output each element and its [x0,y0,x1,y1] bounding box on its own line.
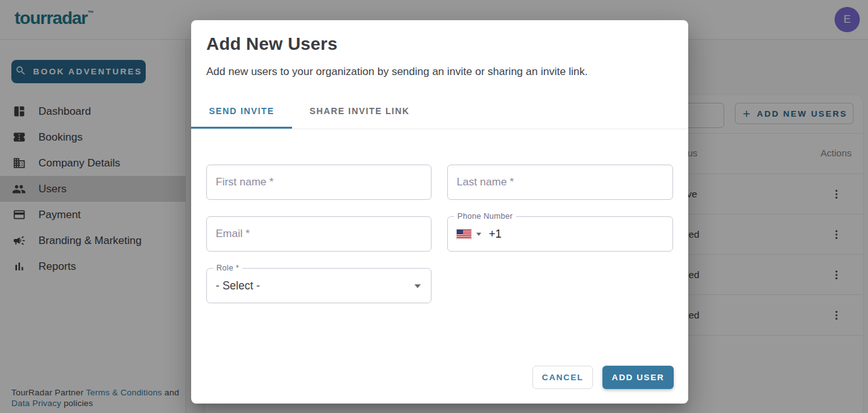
first-name-field[interactable] [206,165,431,200]
dropdown-arrow-icon [414,284,421,288]
modal-subtitle: Add new users to your organization by se… [206,66,588,78]
cancel-button[interactable]: CANCEL [532,366,593,389]
phone-number-field[interactable]: Phone Number [447,216,673,252]
email-field[interactable] [206,216,431,252]
modal-title: Add New Users [206,34,337,54]
chevron-down-icon[interactable] [476,233,481,236]
role-select[interactable]: Role * - Select - [206,268,431,303]
phone-input[interactable] [489,228,615,241]
phone-number-label: Phone Number [454,212,516,221]
tab-send-invite[interactable]: SEND INVITE [191,93,292,129]
last-name-field[interactable] [447,165,673,200]
role-selected-value: - Select - [216,279,260,293]
us-flag-icon[interactable] [457,230,471,239]
add-new-users-modal: Add New Users Add new users to your orga… [191,20,688,404]
modal-tabs: SEND INVITE SHARE INVITE LINK [191,93,688,129]
role-label: Role * [213,264,242,272]
add-user-button[interactable]: ADD USER [602,366,674,389]
tab-share-invite-link[interactable]: SHARE INVITE LINK [292,93,427,129]
